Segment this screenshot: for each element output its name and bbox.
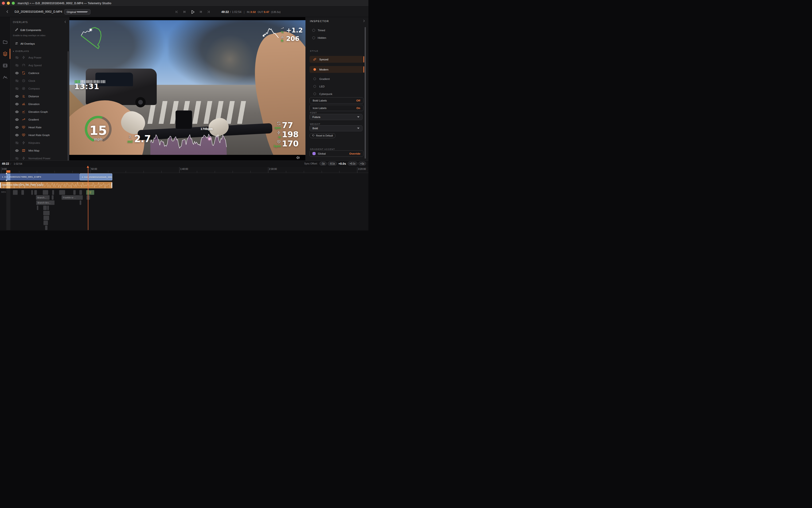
eye-icon[interactable] (15, 125, 19, 129)
style-option-modern[interactable]: Modern (309, 66, 364, 73)
panel-collapse-button[interactable] (63, 20, 67, 24)
all-overlays-button[interactable]: All Overlays (15, 41, 35, 47)
timeline-clip-2[interactable]: 2. DJI_20260310183445_0002_D.MP4 (80, 173, 112, 180)
gradient-accent-row[interactable]: Global Override (309, 151, 364, 157)
visibility-option-timed[interactable]: Timed (312, 29, 325, 32)
toggle-icon-labels[interactable]: Icon LabelsOn (309, 105, 364, 111)
toggle-bold-labels[interactable]: Bold LabelsOff (309, 97, 364, 103)
segment-block[interactable] (73, 190, 76, 195)
timeline-ruler[interactable]: 0:0050:001:40:002:30:003:20:00 (0, 167, 369, 173)
segment-block[interactable] (43, 206, 47, 210)
font-select[interactable]: Futura (309, 114, 362, 120)
sync-offset-button-plus-1s[interactable]: +1s (358, 162, 366, 165)
eye-icon[interactable] (15, 110, 19, 114)
range-handle[interactable] (6, 180, 7, 181)
minimize-button[interactable] (7, 2, 10, 5)
playhead[interactable] (88, 168, 88, 230)
eye-icon[interactable] (15, 94, 19, 98)
quality-selector[interactable]: Original (64, 9, 90, 14)
segment-block[interactable] (43, 221, 48, 225)
eye-off-icon[interactable] (15, 64, 19, 67)
style-option-cyberpunk[interactable]: Cyberpunk (309, 90, 364, 97)
overlay-item-elevation[interactable]: Elevation (10, 100, 69, 108)
eye-off-icon[interactable] (15, 56, 19, 59)
segment-franklin-to-[interactable]: Franklin to ... (61, 195, 83, 200)
style-option-synced[interactable]: Synced (309, 56, 364, 63)
segment-block[interactable] (80, 201, 81, 205)
overlay-item-compass[interactable]: Compass (10, 85, 69, 92)
segment-block[interactable] (47, 206, 49, 210)
clip-range-highlight[interactable] (6, 173, 10, 180)
rail-item-clips[interactable] (3, 63, 8, 68)
overlay-item-mini-map[interactable]: Mini Map (10, 146, 69, 154)
overlay-item-avg-speed[interactable]: Avg Speed (10, 61, 69, 69)
segment-block[interactable] (52, 195, 53, 200)
skip-to-start-button[interactable] (175, 10, 179, 14)
rail-item-media[interactable] (3, 39, 8, 45)
segment-block[interactable] (86, 195, 90, 200)
eye-icon[interactable] (15, 102, 19, 106)
overlay-item-elevation-graph[interactable]: Elevation Graph (10, 108, 69, 116)
segment-block[interactable] (52, 190, 54, 195)
next-frame-button[interactable] (199, 10, 203, 14)
visibility-option-hidden[interactable]: Hidden (312, 36, 326, 39)
timeline-clip-1[interactable]: 1. DJI_20260310174959_0001_D.MP4 (0, 173, 80, 180)
rail-item-telemetry[interactable] (3, 75, 8, 80)
segment-block[interactable] (43, 216, 49, 220)
back-button[interactable] (5, 9, 10, 14)
overlay-item-heart-rate-graph[interactable]: Heart Rate Graph (10, 131, 69, 139)
telemetry-track[interactable]: Afternoon Ride (GPS, HR, PWR, CAD) (0, 182, 112, 188)
eye-icon[interactable] (15, 149, 19, 153)
reset-to-default-button[interactable]: Reset to Default (309, 133, 336, 138)
range-handle[interactable] (6, 173, 7, 174)
overlays-section-header[interactable]: ▾OVERLAYS (13, 50, 29, 52)
accent-color-swatch[interactable] (312, 152, 315, 155)
accent-override-button[interactable]: Override (349, 152, 360, 155)
previous-frame-button[interactable] (182, 10, 186, 14)
overlay-item-avg-power[interactable]: Avg Power (10, 53, 69, 61)
eye-off-icon[interactable] (15, 157, 19, 160)
eye-off-icon[interactable] (15, 141, 19, 145)
segment-block[interactable] (43, 190, 48, 195)
inspector-collapse-button[interactable] (362, 19, 366, 23)
overlay-item-distance[interactable]: Distance (10, 92, 69, 100)
segment-block[interactable] (79, 190, 82, 195)
close-button[interactable] (2, 2, 5, 5)
overlay-item-gradient[interactable]: Gradient (10, 116, 69, 123)
eye-off-icon[interactable] (15, 79, 19, 83)
segment-block[interactable] (37, 206, 38, 210)
segment-block[interactable] (22, 190, 24, 195)
sync-offset-button-plus-0_1s[interactable]: +0.1s (348, 162, 357, 165)
overlay-item-cadence[interactable]: Cadence (10, 69, 69, 77)
track-trim-handle[interactable] (111, 182, 112, 188)
segment-block[interactable] (45, 225, 47, 230)
style-option-led[interactable]: LED (309, 83, 364, 90)
zoom-button[interactable] (12, 2, 15, 5)
style-option-gradient[interactable]: Gradient (309, 75, 364, 82)
track-trim-handle[interactable] (0, 182, 1, 188)
playhead-handle[interactable] (87, 166, 89, 168)
inspector-scrollbar[interactable] (365, 27, 366, 159)
overlay-item-heart-rate[interactable]: Heart Rate (10, 123, 69, 131)
eye-icon[interactable] (15, 71, 19, 75)
segment-block[interactable] (59, 190, 65, 195)
segment-block[interactable] (34, 190, 37, 195)
edit-components-button[interactable]: Edit Components (15, 27, 41, 33)
overlay-item-kilojoules[interactable]: Kilojoules (10, 139, 69, 146)
skip-to-end-button[interactable] (207, 10, 210, 14)
segment-block[interactable] (31, 190, 33, 195)
overlay-item-clock[interactable]: Clock (10, 77, 69, 85)
rail-item-overlays[interactable] (3, 51, 8, 56)
segment-block[interactable] (43, 211, 50, 215)
in-out-range-marker[interactable] (6, 170, 10, 173)
video-preview[interactable]: 13:31 15 mph mi 2.7 170bpm rpm77w198bpm1… (69, 17, 305, 161)
segment-branch-bro-[interactable]: Branch Bro... (36, 201, 54, 205)
weight-select[interactable]: Bold (309, 125, 362, 131)
sync-offset-button--0_1s[interactable]: -0.1s (328, 162, 337, 165)
panel-scrollbar[interactable] (68, 51, 69, 162)
segment-block[interactable] (13, 190, 17, 195)
play-button[interactable] (190, 9, 195, 14)
eye-off-icon[interactable] (15, 87, 19, 90)
eye-icon[interactable] (15, 118, 19, 122)
segment-branch-[interactable]: Branch... (36, 195, 50, 200)
